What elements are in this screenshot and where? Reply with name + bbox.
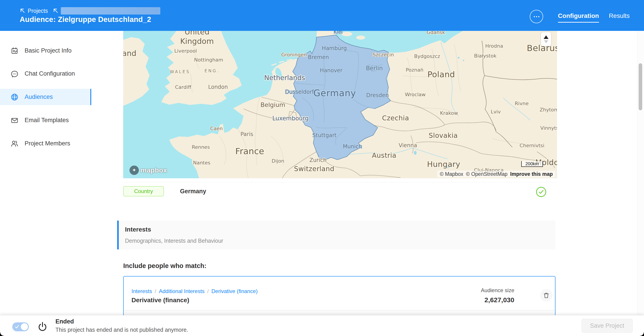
map-label: Munich [343, 143, 362, 150]
map-label: Paris [240, 131, 253, 137]
section-interests: Interests Demographics, Interests and Be… [117, 221, 556, 249]
map-label: Hanover [320, 67, 342, 74]
map-label: Kiel [334, 31, 342, 35]
map-label: Dusseldorf [285, 89, 314, 95]
map-label: Poland [427, 70, 455, 79]
map-label: Poznań [406, 67, 424, 73]
map-label: Nantes [193, 160, 210, 166]
sidebar-item-basic-project-info[interactable]: Basic Project Info [0, 43, 91, 59]
map-label: ENG. [204, 68, 220, 73]
sidebar: Basic Project Info Chat Configuration Au… [0, 31, 94, 315]
mapbox-logo-icon: ✦ [130, 166, 139, 175]
publish-toggle[interactable] [12, 322, 29, 331]
chat-bubble-icon [10, 70, 19, 78]
sidebar-item-label: Project Members [24, 140, 70, 147]
map-label: France [235, 146, 264, 156]
map-label: Austria [372, 151, 396, 159]
sidebar-item-project-members[interactable]: Project Members [0, 135, 91, 152]
toggle-knob [21, 323, 28, 330]
map-label: Kingdom [180, 37, 214, 46]
map-label: Białystok [474, 53, 497, 59]
sidebar-item-audiences[interactable]: Audiences [0, 89, 91, 105]
map-label: Nottingham [194, 57, 223, 63]
map-label: Bydgoszcz [414, 54, 440, 59]
breadcrumb-interests-link[interactable]: Interests [132, 288, 152, 294]
envelope-icon [10, 116, 19, 125]
page-title: Audience: Zielgruppe Deutschland_2 [20, 15, 151, 24]
improve-map-link[interactable]: Improve this map [510, 171, 553, 177]
map-label: United [184, 31, 210, 36]
sidebar-item-label: Chat Configuration [24, 70, 75, 77]
trash-icon [543, 292, 550, 299]
globe-icon [10, 93, 19, 101]
map-label: Cardiff [175, 84, 192, 90]
map-label: Wroclaw [405, 92, 426, 97]
scrollbar-thumb[interactable] [639, 63, 642, 110]
clipboard-icon [10, 47, 19, 55]
osm-attribution-link[interactable]: © OpenStreetMap [466, 171, 508, 177]
include-heading: Include people who match: [123, 262, 206, 269]
map-scale: 200km [521, 161, 543, 167]
breadcrumb-project-name-redacted[interactable] [61, 7, 160, 15]
map-label: Caen [210, 126, 223, 131]
map-label: Groningen [281, 52, 307, 58]
map-label: Bremen [308, 54, 329, 60]
section-title: Interests [125, 226, 151, 233]
project-status-description: This project has ended and is not publis… [56, 326, 188, 333]
map-label: Luxembourg [272, 115, 308, 122]
sidebar-item-chat-configuration[interactable]: Chat Configuration [0, 66, 91, 82]
map-label: Rivne [515, 101, 528, 106]
save-project-button[interactable]: Save Project [582, 319, 632, 333]
power-icon [38, 321, 48, 332]
tab-configuration[interactable]: Configuration [558, 12, 599, 21]
map-label: Hrodna [485, 43, 503, 49]
map-label: Hungary [427, 160, 460, 169]
nw-arrow-icon [53, 8, 58, 14]
nw-arrow-icon [20, 8, 26, 14]
map-geography: UnitedKingdomIrelandLiverpoolNottinghamW… [123, 31, 557, 178]
map-label: Netherlands [264, 74, 305, 82]
breadcrumb: Projects [20, 7, 160, 15]
map-label: Slovakia [429, 132, 458, 139]
map-label: Germany [314, 88, 356, 98]
map-label: Czechia [382, 114, 409, 122]
map-label: Zhytomyr [540, 107, 557, 113]
toggle-check-icon [14, 324, 20, 329]
breadcrumb-additional-interests-link[interactable]: Additional Interests [159, 288, 204, 294]
tab-results[interactable]: Results [609, 12, 630, 21]
zoom-in-icon[interactable] [544, 35, 548, 39]
breadcrumb-projects-link[interactable]: Projects [28, 8, 48, 14]
section-subtitle: Demographics, Interests and Behaviour [125, 238, 223, 244]
breadcrumb-derivative-link[interactable]: Derivative (finance) [212, 288, 258, 294]
more-options-button[interactable] [530, 10, 543, 23]
map-label: Dresden [366, 92, 389, 98]
map-label: Liverpool [174, 48, 197, 54]
project-status-title: Ended [56, 318, 74, 325]
app-window: Projects Audience: Zielgruppe Deutschlan… [0, 0, 644, 336]
sidebar-item-label: Basic Project Info [24, 47, 72, 54]
map-canvas[interactable]: UnitedKingdomIrelandLiverpoolNottinghamW… [123, 31, 557, 178]
map-label: Szczecin [373, 52, 394, 58]
map-label: Hamburg [322, 45, 346, 52]
delete-interest-button[interactable] [540, 289, 552, 301]
sidebar-item-email-templates[interactable]: Email Templates [0, 112, 91, 128]
mapbox-attribution-link[interactable]: © Mapbox [440, 171, 463, 177]
mapbox-logo[interactable]: ✦ mapbox [130, 166, 167, 175]
breadcrumb-separator: / [155, 288, 156, 294]
map-scale-label: 200km [525, 161, 539, 166]
mapbox-wordmark: mapbox [141, 166, 167, 174]
check-circle-icon [536, 187, 546, 197]
map-label: London [208, 84, 228, 90]
map-label: Krakow [440, 110, 458, 116]
footer-bar: Ended This project has ended and is not … [0, 315, 644, 336]
map-label: Vinnytsia [540, 125, 557, 131]
map-label: Switzerland [294, 165, 334, 173]
map-zoom-control[interactable] [541, 32, 551, 46]
map-label: Stuttgart [312, 132, 336, 138]
map-label: Gdańsk [427, 31, 445, 35]
scrollbar-track[interactable] [637, 31, 644, 315]
map-label: Dijon [272, 158, 284, 164]
zoom-out-icon[interactable] [544, 40, 548, 43]
sidebar-item-label: Audiences [24, 94, 53, 100]
map-label: Belgium [260, 101, 285, 108]
